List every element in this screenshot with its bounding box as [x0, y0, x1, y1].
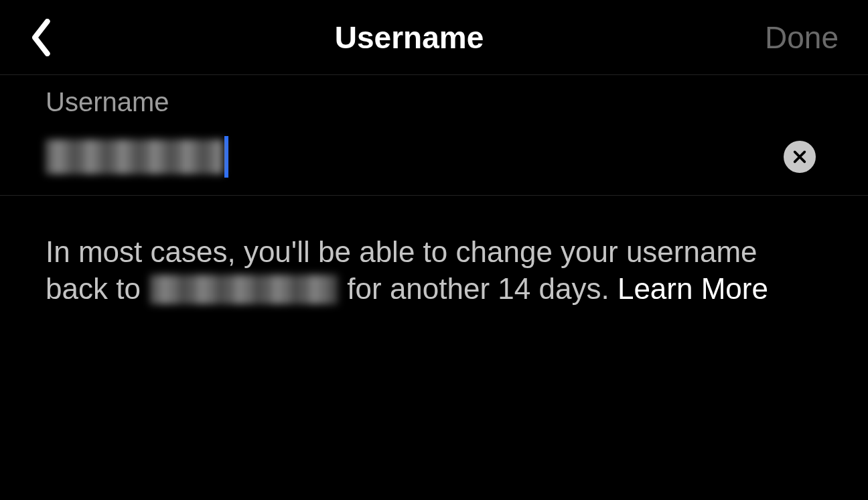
clear-input-button[interactable] [784, 141, 816, 173]
username-input[interactable] [46, 136, 228, 178]
username-value-redacted [46, 139, 223, 174]
username-input-row [46, 136, 822, 178]
done-button[interactable]: Done [765, 19, 841, 56]
close-icon [792, 149, 807, 164]
previous-username-redacted [150, 275, 338, 304]
helper-section: In most cases, you'll be able to change … [0, 196, 868, 307]
helper-text-after: for another 14 days. [339, 272, 618, 305]
content-area: Username In most cases, you'll be able t… [0, 75, 868, 307]
page-title: Username [54, 19, 765, 56]
username-field-label: Username [46, 87, 822, 117]
chevron-left-icon [29, 19, 51, 56]
username-field-section: Username [0, 75, 868, 196]
helper-text: In most cases, you'll be able to change … [46, 233, 822, 307]
header-bar: Username Done [0, 0, 868, 75]
learn-more-link[interactable]: Learn More [618, 272, 768, 305]
back-button[interactable] [27, 17, 54, 58]
text-caret [224, 136, 228, 178]
